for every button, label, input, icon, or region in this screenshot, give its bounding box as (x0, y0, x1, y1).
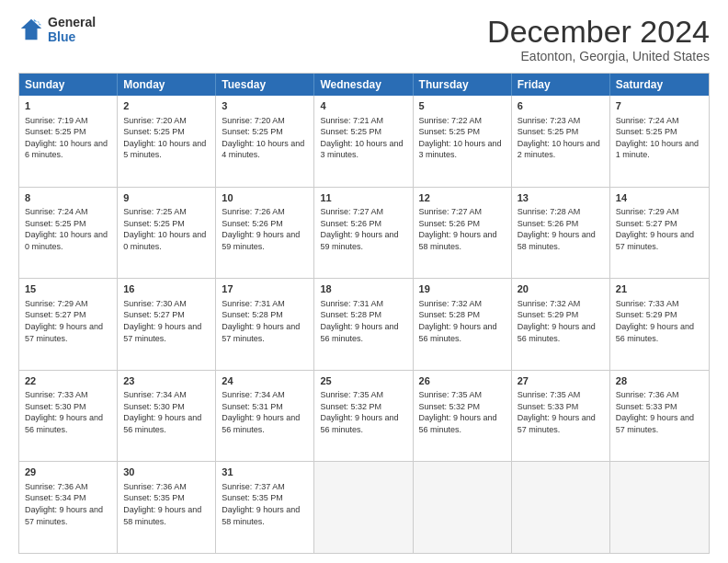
day-info: Sunrise: 7:21 AM Sunset: 5:25 PM Dayligh… (320, 115, 406, 161)
day-info: Sunrise: 7:34 AM Sunset: 5:31 PM Dayligh… (222, 389, 308, 435)
page: General Blue December 2024 Eatonton, Geo… (0, 0, 728, 563)
day-info: Sunrise: 7:32 AM Sunset: 5:28 PM Dayligh… (419, 298, 506, 344)
day-info: Sunrise: 7:34 AM Sunset: 5:30 PM Dayligh… (123, 389, 210, 435)
day-info: Sunrise: 7:33 AM Sunset: 5:30 PM Dayligh… (25, 389, 111, 435)
day-number: 14 (616, 191, 703, 204)
day-number: 1 (25, 99, 111, 112)
column-header-saturday: Saturday (610, 74, 709, 96)
day-number: 2 (123, 99, 210, 112)
day-cell-1: 1Sunrise: 7:19 AM Sunset: 5:25 PM Daylig… (19, 96, 118, 187)
day-info: Sunrise: 7:20 AM Sunset: 5:25 PM Dayligh… (222, 115, 308, 161)
day-info: Sunrise: 7:32 AM Sunset: 5:29 PM Dayligh… (518, 298, 604, 344)
day-cell-22: 22Sunrise: 7:33 AM Sunset: 5:30 PM Dayli… (19, 371, 118, 462)
day-info: Sunrise: 7:31 AM Sunset: 5:28 PM Dayligh… (320, 298, 406, 344)
calendar-row-1: 1Sunrise: 7:19 AM Sunset: 5:25 PM Daylig… (19, 96, 709, 187)
day-number: 13 (518, 191, 604, 204)
day-number: 5 (419, 99, 506, 112)
main-title: December 2024 (487, 15, 710, 49)
column-header-sunday: Sunday (19, 74, 118, 96)
day-info: Sunrise: 7:25 AM Sunset: 5:25 PM Dayligh… (123, 206, 210, 252)
day-info: Sunrise: 7:29 AM Sunset: 5:27 PM Dayligh… (25, 298, 111, 344)
day-number: 22 (25, 374, 111, 387)
calendar-row-4: 22Sunrise: 7:33 AM Sunset: 5:30 PM Dayli… (19, 370, 709, 462)
day-cell-4: 4Sunrise: 7:21 AM Sunset: 5:25 PM Daylig… (314, 96, 413, 187)
logo-icon (18, 17, 44, 42)
day-cell-20: 20Sunrise: 7:32 AM Sunset: 5:29 PM Dayli… (512, 279, 610, 370)
day-number: 4 (320, 99, 406, 112)
day-number: 15 (25, 282, 111, 295)
column-header-friday: Friday (512, 74, 610, 96)
day-info: Sunrise: 7:31 AM Sunset: 5:28 PM Dayligh… (222, 298, 308, 344)
day-info: Sunrise: 7:29 AM Sunset: 5:27 PM Dayligh… (616, 206, 703, 252)
day-info: Sunrise: 7:24 AM Sunset: 5:25 PM Dayligh… (25, 206, 111, 252)
empty-cell (314, 462, 413, 553)
day-cell-7: 7Sunrise: 7:24 AM Sunset: 5:25 PM Daylig… (610, 96, 709, 187)
day-number: 31 (222, 465, 308, 478)
day-info: Sunrise: 7:23 AM Sunset: 5:25 PM Dayligh… (518, 115, 604, 161)
day-info: Sunrise: 7:24 AM Sunset: 5:25 PM Dayligh… (616, 115, 703, 161)
day-cell-11: 11Sunrise: 7:27 AM Sunset: 5:26 PM Dayli… (314, 188, 413, 279)
day-number: 8 (25, 191, 111, 204)
calendar-header: SundayMondayTuesdayWednesdayThursdayFrid… (19, 74, 709, 96)
day-cell-18: 18Sunrise: 7:31 AM Sunset: 5:28 PM Dayli… (314, 279, 413, 370)
column-header-wednesday: Wednesday (314, 74, 413, 96)
calendar-row-3: 15Sunrise: 7:29 AM Sunset: 5:27 PM Dayli… (19, 278, 709, 370)
day-number: 17 (222, 282, 308, 295)
day-number: 20 (518, 282, 604, 295)
day-info: Sunrise: 7:26 AM Sunset: 5:26 PM Dayligh… (222, 206, 308, 252)
day-cell-3: 3Sunrise: 7:20 AM Sunset: 5:25 PM Daylig… (216, 96, 314, 187)
day-info: Sunrise: 7:19 AM Sunset: 5:25 PM Dayligh… (25, 115, 111, 161)
subtitle: Eatonton, Georgia, United States (487, 49, 710, 63)
day-number: 10 (222, 191, 308, 204)
day-cell-27: 27Sunrise: 7:35 AM Sunset: 5:33 PM Dayli… (512, 371, 610, 462)
day-info: Sunrise: 7:35 AM Sunset: 5:32 PM Dayligh… (320, 389, 406, 435)
day-cell-14: 14Sunrise: 7:29 AM Sunset: 5:27 PM Dayli… (610, 188, 709, 279)
day-cell-30: 30Sunrise: 7:36 AM Sunset: 5:35 PM Dayli… (118, 462, 216, 553)
day-info: Sunrise: 7:36 AM Sunset: 5:33 PM Dayligh… (616, 389, 703, 435)
calendar: SundayMondayTuesdayWednesdayThursdayFrid… (18, 73, 710, 554)
day-info: Sunrise: 7:27 AM Sunset: 5:26 PM Dayligh… (419, 206, 506, 252)
day-cell-16: 16Sunrise: 7:30 AM Sunset: 5:27 PM Dayli… (118, 279, 216, 370)
day-cell-2: 2Sunrise: 7:20 AM Sunset: 5:25 PM Daylig… (118, 96, 216, 187)
day-cell-31: 31Sunrise: 7:37 AM Sunset: 5:35 PM Dayli… (216, 462, 314, 553)
day-info: Sunrise: 7:22 AM Sunset: 5:25 PM Dayligh… (419, 115, 506, 161)
day-number: 7 (616, 99, 703, 112)
day-number: 26 (419, 374, 506, 387)
day-info: Sunrise: 7:20 AM Sunset: 5:25 PM Dayligh… (123, 115, 210, 161)
day-info: Sunrise: 7:37 AM Sunset: 5:35 PM Dayligh… (222, 481, 308, 527)
day-cell-17: 17Sunrise: 7:31 AM Sunset: 5:28 PM Dayli… (216, 279, 314, 370)
day-cell-6: 6Sunrise: 7:23 AM Sunset: 5:25 PM Daylig… (512, 96, 610, 187)
day-cell-28: 28Sunrise: 7:36 AM Sunset: 5:33 PM Dayli… (610, 371, 709, 462)
empty-cell (512, 462, 610, 553)
day-cell-10: 10Sunrise: 7:26 AM Sunset: 5:26 PM Dayli… (216, 188, 314, 279)
day-cell-12: 12Sunrise: 7:27 AM Sunset: 5:26 PM Dayli… (414, 188, 512, 279)
day-number: 29 (25, 465, 111, 478)
calendar-row-5: 29Sunrise: 7:36 AM Sunset: 5:34 PM Dayli… (19, 461, 709, 553)
column-header-tuesday: Tuesday (216, 74, 314, 96)
day-cell-21: 21Sunrise: 7:33 AM Sunset: 5:29 PM Dayli… (610, 279, 709, 370)
day-number: 18 (320, 282, 406, 295)
day-info: Sunrise: 7:36 AM Sunset: 5:34 PM Dayligh… (25, 481, 111, 527)
empty-cell (414, 462, 512, 553)
day-cell-26: 26Sunrise: 7:35 AM Sunset: 5:32 PM Dayli… (414, 371, 512, 462)
day-cell-23: 23Sunrise: 7:34 AM Sunset: 5:30 PM Dayli… (118, 371, 216, 462)
day-number: 3 (222, 99, 308, 112)
day-cell-13: 13Sunrise: 7:28 AM Sunset: 5:26 PM Dayli… (512, 188, 610, 279)
column-header-monday: Monday (118, 74, 216, 96)
day-number: 24 (222, 374, 308, 387)
day-cell-24: 24Sunrise: 7:34 AM Sunset: 5:31 PM Dayli… (216, 371, 314, 462)
calendar-body: 1Sunrise: 7:19 AM Sunset: 5:25 PM Daylig… (19, 96, 709, 553)
day-number: 16 (123, 282, 210, 295)
day-cell-25: 25Sunrise: 7:35 AM Sunset: 5:32 PM Dayli… (314, 371, 413, 462)
header: General Blue December 2024 Eatonton, Geo… (18, 15, 710, 63)
day-info: Sunrise: 7:35 AM Sunset: 5:33 PM Dayligh… (518, 389, 604, 435)
day-number: 11 (320, 191, 406, 204)
day-info: Sunrise: 7:33 AM Sunset: 5:29 PM Dayligh… (616, 298, 703, 344)
day-number: 23 (123, 374, 210, 387)
day-info: Sunrise: 7:36 AM Sunset: 5:35 PM Dayligh… (123, 481, 210, 527)
day-cell-15: 15Sunrise: 7:29 AM Sunset: 5:27 PM Dayli… (19, 279, 118, 370)
title-block: December 2024 Eatonton, Georgia, United … (487, 15, 710, 63)
day-info: Sunrise: 7:35 AM Sunset: 5:32 PM Dayligh… (419, 389, 506, 435)
day-info: Sunrise: 7:30 AM Sunset: 5:27 PM Dayligh… (123, 298, 210, 344)
day-number: 28 (616, 374, 703, 387)
